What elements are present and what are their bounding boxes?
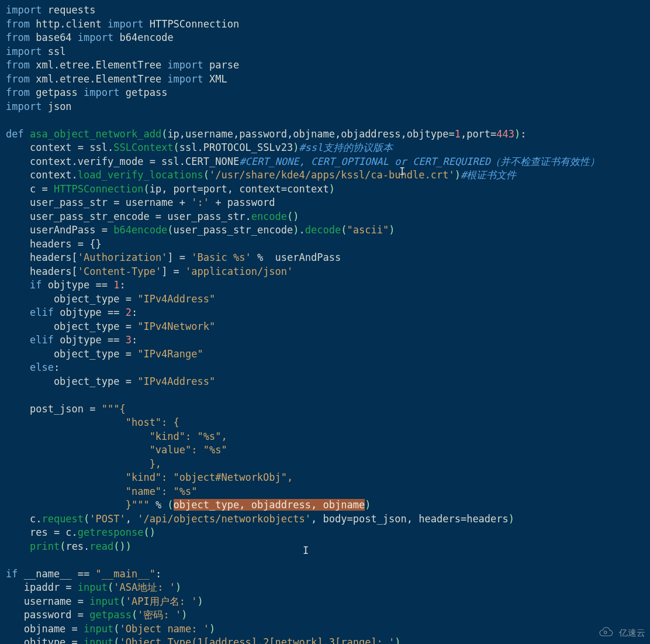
- code-token: if: [30, 279, 42, 291]
- code-token: (: [161, 128, 167, 140]
- code-token: getpass: [120, 87, 168, 98]
- code-token: ): [329, 183, 335, 195]
- code-token: HTTPSConnection: [54, 183, 144, 195]
- code-token: }""": [6, 499, 150, 511]
- code-token: ): [455, 169, 461, 181]
- code-token: b64encode: [113, 32, 173, 43]
- code-token: '/api/objects/networkobjects': [137, 513, 311, 525]
- code-token: input: [78, 581, 108, 593]
- code-token: object_type =: [6, 376, 137, 387]
- code-token: headers[: [6, 252, 78, 263]
- code-token: import: [167, 73, 203, 85]
- code-token: context.verify_mode = ssl.CERT_NONE: [6, 156, 239, 167]
- code-token: 'Basic %s': [191, 252, 251, 263]
- code-token: input: [89, 595, 119, 607]
- code-token: from: [6, 87, 30, 98]
- code-token: read: [89, 540, 113, 552]
- code-token: ,: [126, 513, 137, 525]
- code-token: post_json =: [6, 403, 102, 415]
- code-token: "kind": "object#NetworkObj",: [6, 471, 293, 483]
- code-token: json: [42, 101, 71, 112]
- code-token: from: [6, 18, 30, 30]
- code-token: '/usr/share/kde4/apps/kssl/ca-bundle.crt…: [209, 169, 455, 181]
- code-token: ,port=: [461, 128, 496, 140]
- code-token: def: [6, 128, 30, 140]
- code-token: 3: [126, 334, 132, 346]
- code-token: """{: [102, 403, 126, 415]
- code-token: 'application/json': [185, 266, 293, 277]
- code-token: context = ssl.: [6, 142, 113, 153]
- code-token: ip, port=port, context=context: [150, 183, 329, 195]
- code-token: ): [395, 636, 400, 644]
- code-token: if: [6, 568, 18, 580]
- code-token: ssl.PROTOCOL_SSLv23: [179, 142, 293, 153]
- code-token: ip,username,password,objname,objaddress,…: [167, 128, 454, 140]
- code-token: import: [6, 101, 42, 112]
- code-token: 443: [496, 128, 514, 140]
- code-token: #CERT_NONE, CERT_OPTIONAL or CERT_REQUIR…: [239, 156, 600, 167]
- code-token: (: [119, 595, 125, 607]
- code-token: ): [209, 623, 215, 635]
- code-token: elif: [30, 306, 54, 318]
- code-token: input: [84, 636, 113, 644]
- code-token: load_verify_locations: [78, 169, 203, 181]
- code-token: else: [30, 361, 54, 373]
- code-token: "name": "%s": [6, 485, 198, 497]
- code-token: getresponse: [78, 526, 144, 538]
- code-token: headers = {}: [6, 238, 102, 250]
- code-token: ssl: [42, 46, 65, 57]
- code-token: (: [84, 513, 89, 525]
- code-token: encode: [251, 211, 287, 222]
- code-token: % userAndPass: [251, 252, 341, 263]
- code-token: b64encode: [113, 224, 167, 236]
- code-token: + password: [209, 197, 275, 208]
- code-token: "IPv4Range": [137, 348, 203, 360]
- code-token: base64: [30, 32, 78, 43]
- code-token: getpass: [30, 87, 84, 98]
- code-token: import: [6, 46, 42, 57]
- code-token: :: [54, 361, 60, 373]
- code-token: res = c.: [6, 526, 78, 538]
- code-token: :: [520, 128, 526, 140]
- code-token: :: [155, 568, 161, 580]
- code-token: objtype =: [6, 636, 84, 644]
- code-token: :: [132, 306, 137, 318]
- code-token: (: [108, 581, 113, 593]
- code-token: (): [287, 211, 299, 222]
- code-token: requests: [42, 4, 95, 16]
- code-token: parse: [203, 59, 239, 71]
- code-token: "IPv4Address": [137, 376, 215, 387]
- code-token: ): [365, 499, 371, 511]
- code-token: (: [167, 499, 173, 511]
- code-token: ): [181, 609, 187, 621]
- code-token: [6, 540, 30, 552]
- code-token: [6, 306, 30, 318]
- code-token: user_pass_str_encode: [174, 224, 293, 236]
- code-token: 'Object name: ': [120, 623, 210, 635]
- code-token: ): [514, 128, 520, 140]
- code-token: [6, 334, 30, 346]
- code-token: #ssl支持的协议版本: [299, 142, 393, 153]
- code-token: username =: [6, 595, 89, 607]
- code-token: input: [84, 623, 113, 635]
- code-token: :: [120, 279, 126, 291]
- code-token: "kind": "%s",: [6, 431, 227, 442]
- code-token: (: [167, 224, 173, 236]
- code-token: [6, 279, 30, 291]
- code-token: user_pass_str_encode = user_pass_str.: [6, 211, 251, 222]
- code-token: request: [42, 513, 84, 525]
- code-token: import: [84, 87, 119, 98]
- code-token: object_type, objaddress, objname: [174, 499, 365, 511]
- code-token: print: [30, 540, 60, 552]
- code-token: (: [174, 142, 179, 153]
- code-token: getpass: [89, 609, 132, 621]
- code-token: SSLContext: [113, 142, 173, 153]
- code-token: "host": {: [6, 416, 179, 428]
- code-token: 2: [126, 306, 132, 318]
- code-token: decode: [305, 224, 341, 236]
- code-token: res.: [65, 540, 89, 552]
- code-token: user_pass_str = username +: [6, 197, 191, 208]
- code-token: asa_object_network_add: [30, 128, 161, 140]
- code-token: objtype ==: [54, 306, 126, 318]
- code-token: elif: [30, 334, 54, 346]
